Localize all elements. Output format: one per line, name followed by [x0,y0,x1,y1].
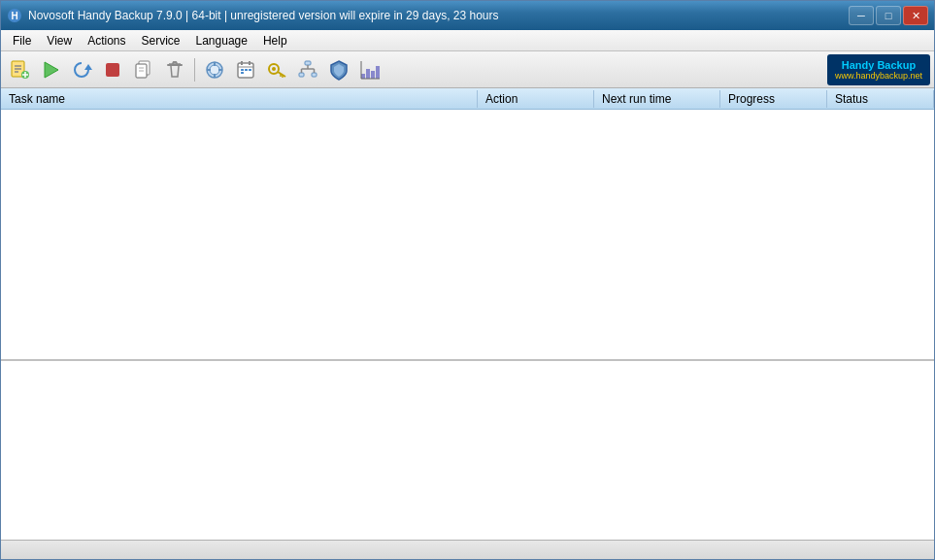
minimize-button[interactable]: ─ [849,6,874,25]
delete-button[interactable] [160,55,189,84]
menu-bar: File View Actions Service Language Help [1,30,934,51]
menu-file[interactable]: File [5,32,39,49]
col-header-next: Next run time [594,90,720,108]
close-button[interactable]: ✕ [903,6,928,25]
svg-rect-48 [371,71,375,79]
menu-help[interactable]: Help [255,32,295,49]
properties-button[interactable] [200,55,229,84]
col-header-status: Status [827,90,934,108]
col-header-progress: Progress [720,90,827,108]
log-content[interactable] [1,361,934,540]
maximize-button[interactable]: □ [876,6,901,25]
task-table: Task name Action Next run time Progress … [1,88,934,360]
log-panel [1,360,934,540]
svg-rect-40 [299,73,304,77]
svg-point-38 [272,67,276,71]
main-content: Task name Action Next run time Progress … [1,88,934,540]
toolbar-separator-1 [194,58,195,82]
main-window: H Novosoft Handy Backup 7.9.0 | 64-bit |… [0,0,935,560]
col-header-action: Action [478,90,594,108]
menu-actions[interactable]: Actions [80,32,133,49]
menu-language[interactable]: Language [188,32,255,49]
title-text: Novosoft Handy Backup 7.9.0 | 64-bit | u… [28,9,849,22]
toolbar: Handy Backup www.handybackup.net [1,51,934,88]
shield-button[interactable] [324,55,353,84]
menu-view[interactable]: View [39,32,80,49]
table-body[interactable] [1,110,934,359]
svg-rect-30 [241,69,244,71]
svg-marker-10 [84,64,92,70]
restore-button[interactable] [67,55,96,84]
app-icon: H [7,8,22,23]
key-button[interactable] [262,55,291,84]
svg-rect-39 [305,61,311,65]
stop-button[interactable] [98,55,127,84]
menu-service[interactable]: Service [134,32,188,49]
col-header-task: Task name [1,90,478,108]
svg-rect-46 [361,74,365,79]
new-task-button[interactable] [5,55,34,84]
network-button[interactable] [293,55,322,84]
status-bar [1,540,934,559]
table-header: Task name Action Next run time Progress … [1,88,934,110]
title-bar: H Novosoft Handy Backup 7.9.0 | 64-bit |… [1,1,934,30]
svg-rect-41 [312,73,317,77]
svg-rect-11 [106,63,119,77]
window-controls: ─ □ ✕ [849,6,928,25]
svg-rect-49 [376,66,380,79]
brand-url: www.handybackup.net [835,71,922,81]
brand-logo: Handy Backup www.handybackup.net [827,54,930,85]
svg-marker-9 [45,62,58,78]
svg-text:H: H [11,11,17,21]
chart-button[interactable] [355,55,384,84]
copy-button[interactable] [129,55,158,84]
svg-rect-33 [241,72,244,74]
svg-rect-31 [245,69,248,71]
brand-name: Handy Backup [842,59,916,71]
svg-point-21 [210,65,219,75]
svg-line-35 [278,72,285,77]
scheduler-button[interactable] [231,55,260,84]
run-button[interactable] [36,55,65,84]
svg-rect-32 [249,69,251,71]
svg-rect-47 [366,69,370,79]
